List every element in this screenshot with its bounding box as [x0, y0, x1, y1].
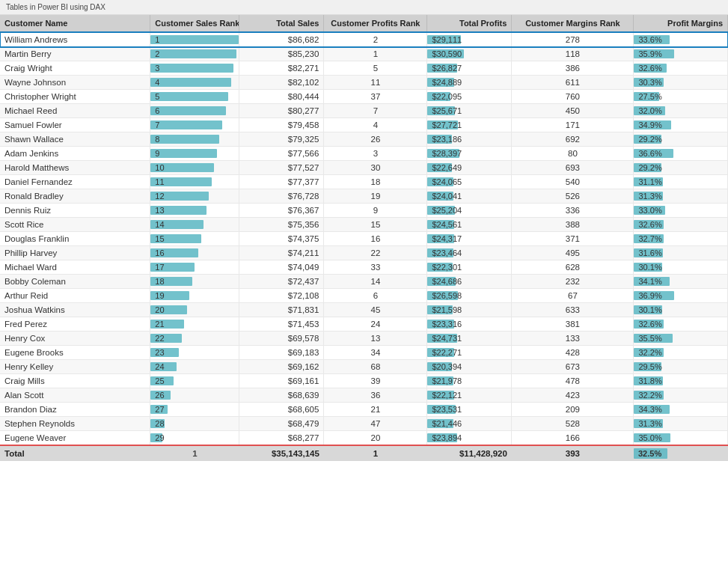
cell-total-profits: $27,721: [427, 118, 512, 132]
cell-margins-rank: 760: [512, 90, 634, 104]
cell-total-sales: $80,277: [239, 104, 324, 118]
cell-name: Michael Ward: [0, 260, 150, 275]
cell-name: Eugene Weaver: [0, 431, 150, 446]
table-row[interactable]: Alan Scott26$68,63936$22,12142332.2%: [0, 388, 728, 403]
footer-row: Total 1 $35,143,145 1 $11,428,920 393 32…: [0, 445, 728, 461]
cell-sales-rank: 3: [150, 61, 239, 76]
table-row[interactable]: Michael Reed6$80,2777$25,67145032.0%: [0, 104, 728, 118]
table-row[interactable]: Fred Perez21$71,45324$23,31638132.6%: [0, 317, 728, 332]
cell-margins-rank: 478: [512, 374, 634, 388]
table-row[interactable]: Shawn Wallace8$79,32526$23,18669229.2%: [0, 132, 728, 147]
cell-name: Arthur Reid: [0, 289, 150, 303]
cell-profit-rank: 9: [324, 204, 427, 218]
table-row[interactable]: Henry Kelley24$69,16268$20,39467329.5%: [0, 360, 728, 374]
cell-sales-rank: 12: [150, 189, 239, 204]
cell-name: Adam Jenkins: [0, 147, 150, 161]
cell-total-profits: $24,041: [427, 189, 512, 204]
cell-total-profits: $25,204: [427, 204, 512, 218]
table-row[interactable]: Eugene Brooks23$69,18334$22,27142832.2%: [0, 346, 728, 360]
cell-total-profits: $23,464: [427, 246, 512, 260]
cell-profit-rank: 39: [324, 374, 427, 388]
table-row[interactable]: Martin Berry2$85,2301$30,59011835.9%: [0, 47, 728, 61]
cell-margins-rank: 633: [512, 303, 634, 317]
table-row[interactable]: William Andrews1$86,6822$29,11127833.6%: [0, 32, 728, 47]
cell-total-sales: $68,479: [239, 417, 324, 431]
table-row[interactable]: Henry Cox22$69,57813$24,73113335.5%: [0, 332, 728, 346]
cell-name: Bobby Coleman: [0, 275, 150, 289]
cell-sales-rank: 17: [150, 260, 239, 275]
profit-text: $22,121: [432, 391, 462, 400]
table-row[interactable]: Brandon Diaz27$68,60521$23,53120934.3%: [0, 403, 728, 417]
cell-name: Henry Cox: [0, 332, 150, 346]
cell-margins-rank: 336: [512, 204, 634, 218]
table-row[interactable]: Dennis Ruiz13$76,3679$25,20433633.0%: [0, 204, 728, 218]
cell-total-profits: $23,186: [427, 132, 512, 147]
table-row[interactable]: Daniel Fernandez11$77,37718$24,06554031.…: [0, 175, 728, 189]
table-row[interactable]: Eugene Weaver29$68,27720$23,89416635.0%: [0, 431, 728, 446]
table-row[interactable]: Christopher Wright5$80,44437$22,09576027…: [0, 90, 728, 104]
table-row[interactable]: Phillip Harvey16$74,21122$23,46449531.6%: [0, 246, 728, 260]
cell-margins-rank: 673: [512, 360, 634, 374]
table-row[interactable]: Joshua Watkins20$71,83145$21,59863330.1%: [0, 303, 728, 317]
table-row[interactable]: Craig Wright3$82,2715$26,82738632.6%: [0, 61, 728, 76]
profit-text: $23,186: [432, 135, 462, 144]
table-row[interactable]: Douglas Franklin15$74,37516$24,31737132.…: [0, 232, 728, 246]
profit-text: $22,301: [432, 263, 462, 272]
col-header-sales-rank: Customer Sales Rank: [150, 15, 239, 32]
sales-rank-text: 18: [155, 277, 164, 286]
cell-name: Alan Scott: [0, 388, 150, 403]
cell-sales-rank: 4: [150, 76, 239, 90]
cell-sales-rank: 23: [150, 346, 239, 360]
margins-text: 34.3%: [638, 405, 661, 414]
table-row[interactable]: Adam Jenkins9$77,5663$28,3978036.6%: [0, 147, 728, 161]
sales-rank-bar: [150, 135, 219, 144]
cell-profit-rank: 45: [324, 303, 427, 317]
profit-text: $24,041: [432, 192, 462, 201]
table-row[interactable]: Arthur Reid19$72,1086$26,5986736.9%: [0, 289, 728, 303]
cell-sales-rank: 26: [150, 388, 239, 403]
cell-sales-rank: 20: [150, 303, 239, 317]
cell-profit-rank: 16: [324, 232, 427, 246]
cell-name: Martin Berry: [0, 47, 150, 61]
cell-profit-margins: 33.6%: [634, 32, 728, 47]
cell-profit-rank: 24: [324, 317, 427, 332]
cell-sales-rank: 13: [150, 204, 239, 218]
sales-rank-bar: [150, 149, 217, 158]
cell-total-profits: $21,598: [427, 303, 512, 317]
cell-total-profits: $24,686: [427, 275, 512, 289]
table-row[interactable]: Scott Rice14$75,35615$24,56138832.6%: [0, 218, 728, 232]
cell-margins-rank: 423: [512, 388, 634, 403]
table-row[interactable]: Stephen Reynolds28$68,47947$21,44652831.…: [0, 417, 728, 431]
margins-text: 33.6%: [638, 35, 661, 44]
table-row[interactable]: Wayne Johnson4$82,10211$24,88961130.3%: [0, 76, 728, 90]
cell-name: Christopher Wright: [0, 90, 150, 104]
table-row[interactable]: Michael Ward17$74,04933$22,30162830.1%: [0, 260, 728, 275]
table-row[interactable]: Harold Matthews10$77,52730$22,64969329.2…: [0, 161, 728, 175]
cell-profit-margins: 30.3%: [634, 76, 728, 90]
cell-sales-rank: 22: [150, 332, 239, 346]
col-header-profit-rank: Customer Profits Rank: [324, 15, 427, 32]
title-bar: Tables in Power BI using DAX: [0, 0, 728, 15]
sales-rank-text: 11: [155, 177, 164, 186]
sales-rank-text: 10: [155, 163, 164, 172]
cell-total-profits: $22,095: [427, 90, 512, 104]
cell-profit-margins: 34.1%: [634, 275, 728, 289]
margins-text: 29.2%: [638, 163, 661, 172]
cell-total-profits: $22,121: [427, 388, 512, 403]
margins-text: 34.9%: [638, 120, 661, 129]
footer-sales-rank: 1: [150, 445, 239, 461]
profit-text: $23,464: [432, 248, 462, 257]
cell-margins-rank: 526: [512, 189, 634, 204]
table-row[interactable]: Samuel Fowler7$79,4584$27,72117134.9%: [0, 118, 728, 132]
table-row[interactable]: Ronald Bradley12$76,72819$24,04152631.3%: [0, 189, 728, 204]
table-row[interactable]: Craig Mills25$69,16139$21,97847831.8%: [0, 374, 728, 388]
cell-margins-rank: 166: [512, 431, 634, 446]
sales-rank-text: 23: [155, 348, 164, 357]
cell-total-profits: $23,531: [427, 403, 512, 417]
cell-profit-rank: 68: [324, 360, 427, 374]
cell-profit-margins: 31.1%: [634, 175, 728, 189]
cell-name: Samuel Fowler: [0, 118, 150, 132]
cell-name: Eugene Brooks: [0, 346, 150, 360]
margins-text: 31.3%: [638, 419, 661, 428]
table-row[interactable]: Bobby Coleman18$72,43714$24,68623234.1%: [0, 275, 728, 289]
